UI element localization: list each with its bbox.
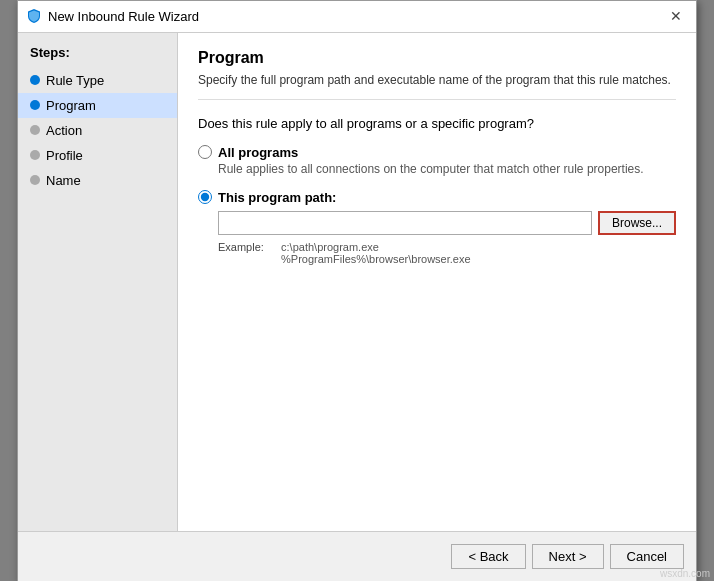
step-dot-profile <box>30 150 40 160</box>
back-button[interactable]: < Back <box>451 544 525 569</box>
title-bar-left: New Inbound Rule Wizard <box>26 8 199 24</box>
close-button[interactable]: ✕ <box>664 4 688 28</box>
cancel-button[interactable]: Cancel <box>610 544 684 569</box>
sidebar-item-program[interactable]: Program <box>18 93 177 118</box>
sidebar-item-action[interactable]: Action <box>18 118 177 143</box>
step-label-rule-type: Rule Type <box>46 73 104 88</box>
example-label: Example: <box>218 241 278 253</box>
title-bar: New Inbound Rule Wizard ✕ <box>18 1 696 33</box>
step-dot-action <box>30 125 40 135</box>
step-dot-program <box>30 100 40 110</box>
all-programs-row: All programs <box>198 145 676 160</box>
step-dot-rule-type <box>30 75 40 85</box>
browse-button[interactable]: Browse... <box>598 211 676 235</box>
sidebar: Steps: Rule Type Program Action Profile … <box>18 33 178 531</box>
question-text: Does this rule apply to all programs or … <box>198 116 676 131</box>
wizard-window: New Inbound Rule Wizard ✕ Steps: Rule Ty… <box>17 0 697 581</box>
example-path-2: %ProgramFiles%\browser\browser.exe <box>281 253 471 265</box>
all-programs-label: All programs <box>218 145 298 160</box>
firewall-icon <box>26 8 42 24</box>
window-title: New Inbound Rule Wizard <box>48 9 199 24</box>
step-label-profile: Profile <box>46 148 83 163</box>
spacer <box>198 265 676 515</box>
all-programs-option: All programs Rule applies to all connect… <box>198 145 676 176</box>
step-dot-name <box>30 175 40 185</box>
example-path-1: c:\path\program.exe <box>281 241 379 253</box>
this-program-radio[interactable] <box>198 190 212 204</box>
program-path-input[interactable] <box>218 211 592 235</box>
all-programs-desc: Rule applies to all connections on the c… <box>218 162 676 176</box>
step-label-name: Name <box>46 173 81 188</box>
this-program-row: This program path: <box>198 190 676 205</box>
step-label-action: Action <box>46 123 82 138</box>
step-label-program: Program <box>46 98 96 113</box>
program-path-section: Browse... Example: c:\path\program.exe %… <box>218 211 676 265</box>
footer: < Back Next > Cancel <box>18 531 696 581</box>
main-content: Program Specify the full program path an… <box>178 33 696 531</box>
sidebar-item-rule-type[interactable]: Rule Type <box>18 68 177 93</box>
all-programs-radio[interactable] <box>198 145 212 159</box>
radio-group: All programs Rule applies to all connect… <box>198 145 676 265</box>
sidebar-item-profile[interactable]: Profile <box>18 143 177 168</box>
watermark: wsxdn.com <box>660 568 710 579</box>
sidebar-item-name[interactable]: Name <box>18 168 177 193</box>
next-button[interactable]: Next > <box>532 544 604 569</box>
content-area: Steps: Rule Type Program Action Profile … <box>18 33 696 531</box>
example-section: Example: c:\path\program.exe %ProgramFil… <box>218 241 676 265</box>
page-description: Specify the full program path and execut… <box>198 73 676 100</box>
page-title: Program <box>198 49 676 67</box>
this-program-option: This program path: Browse... Example: c:… <box>198 190 676 265</box>
example-paths: c:\path\program.exe %ProgramFiles%\brows… <box>281 241 471 265</box>
this-program-label: This program path: <box>218 190 336 205</box>
steps-label: Steps: <box>18 45 177 68</box>
path-row: Browse... <box>218 211 676 235</box>
